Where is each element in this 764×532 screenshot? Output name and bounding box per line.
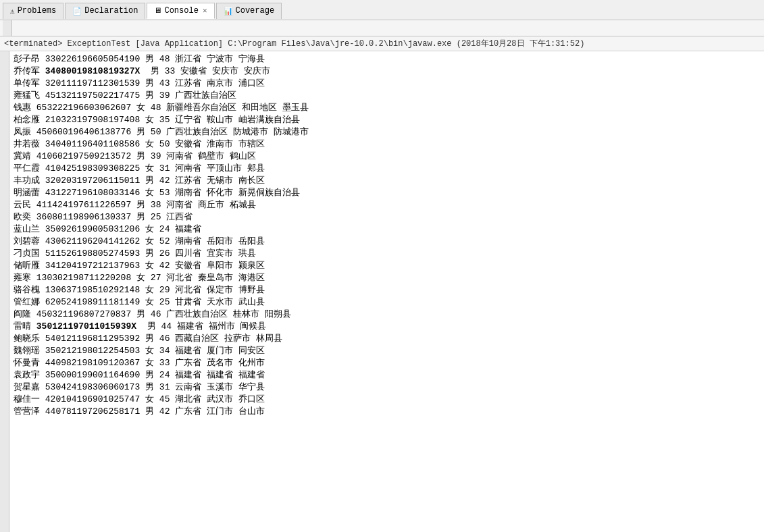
console-line: 骆谷槐 130637198510292148 女 29 河北省 保定市 博野县 xyxy=(14,284,760,296)
console-line: 管红娜 620524198911181149 女 25 甘肃省 天水市 武山县 xyxy=(14,296,760,308)
console-line: 袁政宇 350000199001164690 男 24 福建省 福建省 福建省 xyxy=(14,369,760,381)
console-close-button[interactable]: ✕ xyxy=(203,6,207,15)
console-line: 欧奕 360801198906130337 男 25 江西省 xyxy=(14,211,760,223)
console-line: 冀靖 410602197509213572 男 39 河南省 鹤壁市 鹤山区 xyxy=(14,150,760,162)
console-line: 彭子昂 330226196605054190 男 48 浙江省 宁波市 宁海县 xyxy=(14,53,760,65)
console-line: 管营泽 440781197206258171 男 42 广东省 江门市 台山市 xyxy=(14,405,760,417)
console-line: 钱惠 653222196603062607 女 48 新疆维吾尔自治区 和田地区… xyxy=(14,101,760,113)
console-line: 鲍晓乐 540121196811295392 男 46 西藏自治区 拉萨市 林周… xyxy=(14,332,760,344)
console-line: 平仁霞 410425198309308225 女 31 河南省 平顶山市 郏县 xyxy=(14,162,760,174)
problems-icon: ⚠ xyxy=(10,7,15,16)
console-line: 刁贞国 511526198805274593 男 26 四川省 宜宾市 珙县 xyxy=(14,247,760,259)
tab-console[interactable]: 🖥 Console ✕ xyxy=(147,3,214,19)
console-line: 丰功成 320203197206115011 男 42 江苏省 无锡市 南长区 xyxy=(14,174,760,186)
toolbar xyxy=(0,20,764,36)
console-line: 贺星嘉 530424198306060173 男 31 云南省 玉溪市 华宁县 xyxy=(14,381,760,393)
console-icon: 🖥 xyxy=(154,6,161,15)
main-layout: 彭子昂 330226196605054190 男 48 浙江省 宁波市 宁海县乔… xyxy=(0,51,764,532)
console-line: 井若薇 340401196401108586 女 50 安徽省 淮南市 市辖区 xyxy=(14,138,760,150)
console-line: 明涵蕾 431227196108033146 女 53 湖南省 怀化市 新晃侗族… xyxy=(14,186,760,198)
declaration-icon: 📄 xyxy=(72,7,82,16)
console-line: 乔传军 34080019810819327X 男 33 安徽省 安庆市 安庆市 xyxy=(14,65,760,77)
console-line: 雷晴 350121197011015939X 男 44 福建省 福州市 闽候县 xyxy=(14,320,760,332)
console-line: 阎隆 450321196807270837 男 46 广西壮族自治区 桂林市 阳… xyxy=(14,308,760,320)
tab-problems[interactable]: ⚠ Problems xyxy=(3,3,63,19)
console-line: 刘碧蓉 430621196204141262 女 52 湖南省 岳阳市 岳阳县 xyxy=(14,235,760,247)
console-line: 云民 411424197611226597 男 38 河南省 商丘市 柘城县 xyxy=(14,198,760,211)
terminated-status: <terminated> ExceptionTest [Java Applica… xyxy=(4,38,584,49)
console-line: 雍寒 130302198711220208 女 27 河北省 秦皇岛市 海港区 xyxy=(14,271,760,284)
console-line: 单传军 320111197112301539 男 43 江苏省 南京市 浦口区 xyxy=(14,77,760,89)
tab-declaration-label: Declaration xyxy=(84,6,138,16)
tab-coverage-label: Coverage xyxy=(236,6,275,16)
tab-bar: ⚠ Problems 📄 Declaration 🖥 Console ✕ 📊 C… xyxy=(0,0,764,20)
console-line: 穆佳一 420104196901025747 女 45 湖北省 武汉市 乔口区 xyxy=(14,393,760,405)
console-line: 魏翎瑶 350212198012254503 女 34 福建省 厦门市 同安区 xyxy=(14,344,760,356)
console-output: 彭子昂 330226196605054190 男 48 浙江省 宁波市 宁海县乔… xyxy=(9,51,764,532)
tab-declaration[interactable]: 📄 Declaration xyxy=(65,3,145,19)
tab-problems-label: Problems xyxy=(18,6,57,16)
console-line: 怀曼青 440982198109120367 女 33 广东省 茂名市 化州市 xyxy=(14,356,760,369)
console-line: 凤振 450600196406138776 男 50 广西壮族自治区 防城港市 … xyxy=(14,126,760,138)
coverage-icon: 📊 xyxy=(224,7,233,16)
status-bar: <terminated> ExceptionTest [Java Applica… xyxy=(0,36,764,51)
tab-coverage[interactable]: 📊 Coverage xyxy=(216,3,282,19)
tab-console-label: Console xyxy=(164,6,198,16)
console-line: 雍猛飞 451321197502217475 男 39 广西壮族自治区 xyxy=(14,89,760,101)
console-line: 柏念雁 210323197908197408 女 35 辽宁省 鞍山市 岫岩满族… xyxy=(14,113,760,126)
console-line: 储听雁 341204197212137963 女 42 安徽省 阜阳市 颍泉区 xyxy=(14,259,760,271)
toolbar-side xyxy=(3,20,12,36)
left-stripe xyxy=(0,51,9,532)
console-line: 蓝山兰 350926199005031206 女 24 福建省 xyxy=(14,223,760,235)
